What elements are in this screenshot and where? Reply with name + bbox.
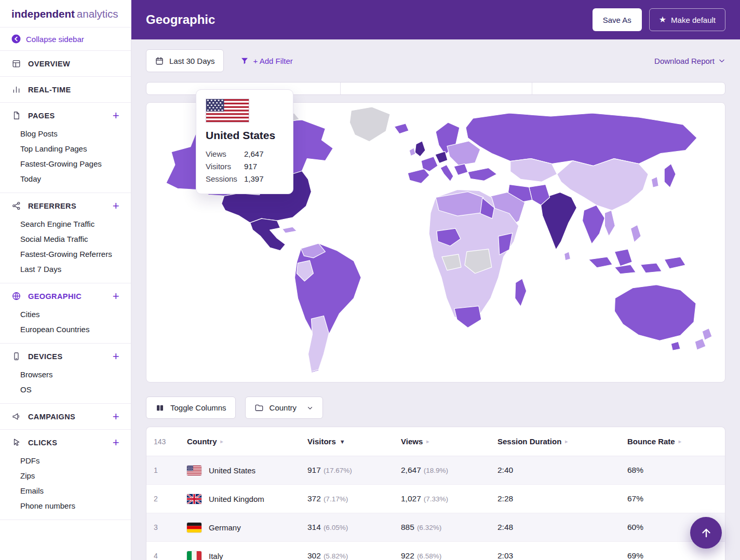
table-row[interactable]: 3Germany314(6.05%)885(6.32%)2:4860% [146, 513, 725, 542]
collapse-sidebar-label: Collapse sidebar [26, 35, 84, 44]
sidebar-item-geographic[interactable]: GEOGRAPHIC+ [0, 283, 131, 309]
views-cell: 1,027(7.33%) [401, 494, 497, 503]
visitors-cell: 372(7.17%) [307, 494, 401, 503]
download-report-button[interactable]: Download Report [654, 57, 725, 65]
visitors-cell: 917(17.67%) [307, 466, 401, 475]
filter-bar: Last 30 Days + Add Filter Download Repor… [131, 39, 740, 82]
sidebar-item-browsers[interactable]: Browsers [0, 367, 131, 382]
column-header-country[interactable]: Country▸ [187, 437, 307, 446]
session-duration-cell: 2:40 [497, 466, 627, 475]
group-by-select[interactable]: Country [245, 397, 324, 419]
flag-us-icon [187, 466, 201, 475]
sidebar-sublist: PDFsZipsEmailsPhone numbers [0, 453, 131, 520]
header-actions: Save As ★ Make default [593, 8, 725, 31]
table-row[interactable]: 1United States917(17.67%)2,647(18.9%)2:4… [146, 456, 725, 485]
chevron-down-icon [306, 404, 314, 412]
page-title: Geographic [146, 12, 215, 27]
table-header-row: 143Country▸Visitors▼Views▸Session Durati… [146, 427, 725, 456]
country-cell: Germany [187, 523, 307, 532]
column-header-session-duration[interactable]: Session Duration▸ [497, 437, 627, 446]
sidebar-item-overview[interactable]: OVERVIEW [0, 51, 131, 76]
sidebar-item-pages[interactable]: PAGES+ [0, 103, 131, 128]
session-duration-cell: 2:03 [497, 551, 627, 560]
strip-divider [532, 83, 532, 94]
chevron-down-icon [718, 57, 725, 64]
toggle-columns-button[interactable]: Toggle Columns [146, 397, 236, 419]
sidebar-item-top-landing-pages[interactable]: Top Landing Pages [0, 141, 131, 156]
sidebar-sublist: Blog PostsTop Landing PagesFastest-Growi… [0, 126, 131, 193]
views-cell: 885(6.32%) [401, 523, 497, 532]
sidebar-item-cities[interactable]: Cities [0, 307, 131, 322]
calendar-icon [155, 56, 164, 65]
sidebar-item-today[interactable]: Today [0, 171, 131, 186]
strip-divider [340, 83, 341, 94]
add-referrers-button[interactable]: + [113, 202, 119, 210]
sidebar-item-real-time[interactable]: REAL-TIME [0, 77, 131, 102]
country-cell: United Kingdom [187, 494, 307, 504]
sidebar-item-social-media-traffic[interactable]: Social Media Traffic [0, 231, 131, 247]
add-clicks-button[interactable]: + [113, 439, 119, 446]
sort-inactive-icon: ▸ [679, 439, 681, 444]
table-row[interactable]: 4Italy302(5.82%)922(6.58%)2:0369% [146, 542, 725, 560]
sidebar-sublist: Search Engine TrafficSocial Media Traffi… [0, 216, 131, 283]
top-header: Geographic Save As ★ Make default [131, 0, 740, 39]
column-header-bounce-rate[interactable]: Bounce Rate▸ [627, 437, 718, 446]
sidebar-item-phone-numbers[interactable]: Phone numbers [0, 498, 131, 513]
make-default-button[interactable]: ★ Make default [649, 8, 725, 31]
add-filter-button[interactable]: + Add Filter [237, 56, 296, 66]
sidebar-item-fastest-growing-referrers[interactable]: Fastest-Growing Referrers [0, 247, 131, 262]
country-name: Germany [209, 523, 241, 532]
country-name: Italy [209, 552, 223, 560]
sidebar-item-devices[interactable]: DEVICES+ [0, 344, 131, 369]
tooltip-stat-row: Visitors917 [206, 160, 284, 172]
sidebar-item-search-engine-traffic[interactable]: Search Engine Traffic [0, 216, 131, 231]
app: independentanalytics Collapse sidebar OV… [0, 0, 740, 560]
scroll-to-top-button[interactable] [690, 517, 722, 549]
bounce-rate-cell: 69% [627, 551, 718, 560]
tooltip-stat-value: 1,397 [244, 174, 264, 183]
sidebar-item-os[interactable]: OS [0, 382, 131, 397]
sidebar-item-clicks[interactable]: CLICKS+ [0, 430, 131, 455]
sidebar-item-emails[interactable]: Emails [0, 483, 131, 498]
sidebar-item-fastest-growing-pages[interactable]: Fastest-Growing Pages [0, 156, 131, 171]
add-pages-button[interactable]: + [113, 112, 119, 119]
sidebar-item-campaigns[interactable]: CAMPAIGNS+ [0, 404, 131, 429]
sidebar-item-zips[interactable]: Zips [0, 468, 131, 483]
save-as-button[interactable]: Save As [593, 8, 642, 31]
visitors-cell: 302(5.82%) [307, 551, 401, 560]
row-rank: 3 [154, 523, 187, 531]
group-by-label: Country [270, 403, 297, 412]
devices-icon [11, 351, 21, 361]
table-body: 1United States917(17.67%)2,647(18.9%)2:4… [146, 456, 725, 560]
sidebar-item-last-7-days[interactable]: Last 7 Days [0, 262, 131, 277]
column-header-visitors[interactable]: Visitors▼ [307, 437, 401, 446]
tooltip-stat-value: 917 [244, 162, 257, 171]
sort-inactive-icon: ▸ [565, 439, 568, 444]
country-cell: Italy [187, 551, 307, 560]
column-header-views[interactable]: Views▸ [401, 437, 497, 446]
tooltip-country-name: United States [206, 129, 284, 142]
sidebar-sublist: CitiesEuropean Countries [0, 307, 131, 343]
sidebar-item-pdfs[interactable]: PDFs [0, 453, 131, 468]
sidebar-item-blog-posts[interactable]: Blog Posts [0, 126, 131, 141]
add-devices-button[interactable]: + [113, 353, 119, 360]
collapse-sidebar-button[interactable]: Collapse sidebar [0, 28, 131, 51]
columns-icon [155, 403, 165, 413]
visitors-cell: 314(6.05%) [307, 523, 401, 532]
campaigns-icon [11, 412, 21, 421]
map-tooltip: United States Views2,647Visitors917Sessi… [196, 89, 293, 194]
sidebar-item-referrers[interactable]: REFERRERS+ [0, 193, 131, 218]
make-default-label: Make default [671, 16, 716, 24]
tooltip-stat-row: Sessions1,397 [206, 172, 284, 185]
table-row[interactable]: 2United Kingdom372(7.17%)1,027(7.33%)2:2… [146, 485, 725, 513]
session-duration-cell: 2:28 [497, 494, 627, 503]
date-range-button[interactable]: Last 30 Days [146, 49, 224, 72]
add-campaigns-button[interactable]: + [113, 413, 119, 420]
tooltip-stat-label: Sessions [206, 174, 244, 183]
row-rank: 4 [154, 552, 187, 560]
sidebar-nav: OVERVIEWREAL-TIMEPAGES+Blog PostsTop Lan… [0, 51, 131, 520]
tooltip-stat-label: Views [206, 149, 244, 158]
add-geographic-button[interactable]: + [113, 293, 119, 300]
sidebar-item-european-countries[interactable]: European Countries [0, 322, 131, 337]
flag-de-icon [187, 523, 201, 532]
